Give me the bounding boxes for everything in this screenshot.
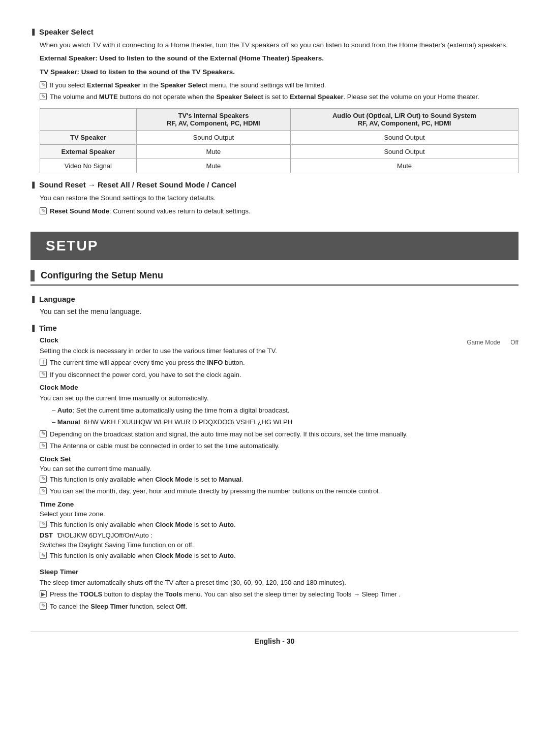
note-icon-cancel: ✎ xyxy=(40,603,47,610)
sound-reset-body: You can restore the Sound settings to th… xyxy=(40,193,518,216)
clock-note-info: i The current time will appear every tim… xyxy=(40,358,518,368)
speaker-intro: When you watch TV with it connecting to … xyxy=(40,40,518,50)
time-zone-heading: Time Zone xyxy=(40,500,518,508)
note-icon-info: i xyxy=(40,359,47,366)
note-icon-1: ✎ xyxy=(40,81,47,88)
speaker-note2-text: The volume and MUTE buttons do not opera… xyxy=(50,92,479,102)
table-row-label-3: Video No Signal xyxy=(40,159,137,173)
table-col2-header: Audio Out (Optical, L/R Out) to Sound Sy… xyxy=(291,108,518,130)
note-icon-clock-manual: ✎ xyxy=(40,476,47,483)
clock-body: Setting the clock is necessary in order … xyxy=(40,346,518,356)
table-row: TV Speaker Sound Output Sound Output xyxy=(40,130,518,144)
speaker-table: TV's Internal Speakers RF, AV, Component… xyxy=(40,108,518,173)
speaker-note2: ✎ The volume and MUTE buttons do not ope… xyxy=(40,92,518,102)
clock-note-disconnect: ✎ If you disconnect the power cord, you … xyxy=(40,370,518,380)
note-icon-antenna: ✎ xyxy=(40,442,47,449)
sleep-timer-heading: Sleep Timer xyxy=(40,568,518,576)
table-row-col2-3: Mute xyxy=(291,159,518,173)
note-icon-timezone: ✎ xyxy=(40,521,47,528)
table-col1-header: TV's Internal Speakers RF, AV, Component… xyxy=(136,108,290,130)
r-symbol-3: ❚ xyxy=(30,295,36,303)
time-header: ❚ Time xyxy=(30,324,518,332)
sound-reset-title: Sound Reset → Reset All / Reset Sound Mo… xyxy=(39,180,236,189)
table-row-col2-1: Sound Output xyxy=(291,130,518,144)
speaker-select-title: Speaker Select xyxy=(39,27,94,36)
auto-bullet: Auto: Set the current time automatically… xyxy=(52,405,518,416)
config-heading: Configuring the Setup Menu xyxy=(30,270,518,286)
language-title: Language xyxy=(39,295,75,303)
time-title: Time xyxy=(39,324,57,332)
language-text: You can set the menu language. xyxy=(40,307,518,316)
speaker-select-header: ❚ Speaker Select xyxy=(30,27,518,36)
clock-set-body: You can set the current time manually. xyxy=(40,465,518,472)
table-row: External Speaker Mute Sound Output xyxy=(40,144,518,159)
note-icon-clock-buttons: ✎ xyxy=(40,487,47,494)
clock-heading: Clock xyxy=(40,336,518,344)
time-section: ❚ Time Clock Setting the clock is necess… xyxy=(30,324,518,612)
clock-set-note1: ✎ This function is only available when C… xyxy=(40,475,518,485)
table-row-col1-1: Sound Output xyxy=(136,130,290,144)
tools-icon: ▶ xyxy=(40,590,47,597)
sound-reset-note: ✎ Reset Sound Mode: Current sound values… xyxy=(40,206,518,216)
manual-bullet: Manual 6HW WKH FXUUHQW WLPH WUR D PDQXDO… xyxy=(52,417,518,427)
table-row-label-1: TV Speaker xyxy=(40,130,137,144)
language-header: ❚ Language xyxy=(30,295,518,303)
time-body: Clock Setting the clock is necessary in … xyxy=(40,336,518,612)
note-icon-3: ✎ xyxy=(40,207,47,214)
table-row-col2-2: Sound Output xyxy=(291,144,518,159)
table-row-col1-2: Mute xyxy=(136,144,290,159)
r-symbol-4: ❚ xyxy=(30,324,36,332)
clock-mode-heading: Clock Mode xyxy=(40,384,518,391)
speaker-select-body: When you watch TV with it connecting to … xyxy=(40,40,518,173)
clock-set-note2: ✎ You can set the month, day, year, hour… xyxy=(40,486,518,496)
sound-reset-text: You can restore the Sound settings to th… xyxy=(40,193,518,203)
clock-set-heading: Clock Set xyxy=(40,455,518,463)
sound-reset-header: ❚ Sound Reset → Reset All / Reset Sound … xyxy=(30,180,518,189)
r-symbol: ❚ xyxy=(30,28,36,36)
speaker-bold2: TV Speaker: Used to listen to the sound … xyxy=(40,67,518,77)
note-icon-dst: ✎ xyxy=(40,552,47,559)
setup-banner: SETUP xyxy=(30,232,518,260)
clock-mode-body: You can set up the current time manually… xyxy=(40,393,518,403)
table-row: Video No Signal Mute Mute xyxy=(40,159,518,173)
footer: English - 30 xyxy=(30,632,518,645)
clock-note-broadcast: ✎ Depending on the broadcast station and… xyxy=(40,429,518,439)
sleep-timer-body: The sleep timer automatically shuts off … xyxy=(40,578,518,588)
speaker-note1: ✎ If you select External Speaker in the … xyxy=(40,80,518,90)
sound-reset-note-text: Reset Sound Mode: Current sound values r… xyxy=(50,206,251,216)
speaker-bold1: External Speaker: Used to listen to the … xyxy=(40,53,518,64)
dst-body: Switches the Daylight Saving Time functi… xyxy=(40,541,518,549)
note-icon-disconnect: ✎ xyxy=(40,371,47,378)
footer-text: English - 30 xyxy=(255,637,295,645)
game-mode-label: Game Mode Off xyxy=(467,339,518,346)
clock-note-antenna: ✎ The Antenna or cable must be connected… xyxy=(40,441,518,451)
sleep-timer-cancel-note: ✎ To cancel the Sleep Timer function, se… xyxy=(40,602,518,612)
sleep-timer-tools-note: ▶ Press the TOOLS button to display the … xyxy=(40,589,518,600)
dst-note: ✎ This function is only available when C… xyxy=(40,551,518,561)
note-icon-2: ✎ xyxy=(40,93,47,100)
table-empty-header xyxy=(40,108,137,130)
language-section: ❚ Language You can set the menu language… xyxy=(30,295,518,316)
speaker-note1-text: If you select External Speaker in the Sp… xyxy=(50,80,326,90)
dst-line: DST 'D\OLJKW 6DYLQJOff/On/Auto : xyxy=(40,531,518,539)
time-zone-note: ✎ This function is only available when C… xyxy=(40,520,518,530)
note-icon-broadcast: ✎ xyxy=(40,430,47,437)
table-row-label-2: External Speaker xyxy=(40,144,137,159)
language-body: You can set the menu language. xyxy=(40,307,518,316)
r-symbol-2: ❚ xyxy=(30,181,36,188)
heading-bar xyxy=(30,270,35,281)
table-row-col1-3: Mute xyxy=(136,159,290,173)
time-zone-body: Select your time zone. xyxy=(40,510,518,518)
